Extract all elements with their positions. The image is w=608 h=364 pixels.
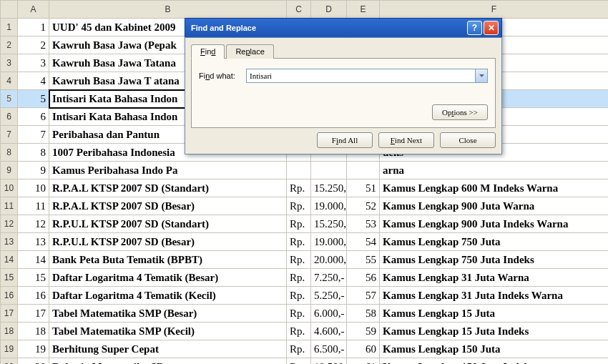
cell[interactable]: 16 — [18, 287, 49, 305]
column-header-F[interactable]: F — [380, 1, 609, 19]
column-header-E[interactable]: E — [347, 1, 380, 19]
cell[interactable]: Rp. — [287, 179, 311, 197]
cell[interactable]: Kamus Lengkap 150 Juta Indeks — [380, 358, 609, 365]
cell[interactable]: 20 — [18, 358, 49, 365]
cell[interactable]: 14 — [18, 251, 49, 269]
help-button[interactable]: ? — [467, 21, 482, 35]
cell[interactable]: 9 — [18, 162, 49, 179]
cell[interactable]: 55 — [347, 251, 380, 269]
find-all-button[interactable]: Find All — [317, 132, 373, 148]
select-all-corner[interactable] — [1, 1, 18, 19]
cell[interactable]: Kamus Peribahasa Indo Pa — [49, 162, 287, 179]
cell[interactable]: 4 — [18, 72, 49, 90]
cell[interactable]: Kamus Lengkap 750 Juta — [380, 233, 609, 251]
cell[interactable]: 2 — [18, 36, 49, 54]
cell[interactable]: Rp. — [287, 197, 311, 215]
tab-find[interactable]: Find — [191, 44, 225, 59]
table-row[interactable]: 1717Tabel Matematika SMP (Besar)Rp.6.000… — [1, 305, 609, 323]
cell[interactable]: Rp. — [287, 305, 311, 323]
table-row[interactable]: 1616Daftar Logaritma 4 Tematik (Kecil)Rp… — [1, 287, 609, 305]
cell[interactable]: Kamus Lengkap 750 Juta Indeks — [380, 251, 609, 269]
cell[interactable]: Kamus Lengkap 15 Juta Indeks — [380, 323, 609, 340]
cell[interactable]: 15.250,- — [311, 215, 347, 233]
table-row[interactable]: 1010R.P.A.L KTSP 2007 SD (Standart)Rp.15… — [1, 179, 609, 197]
row-header[interactable]: 6 — [1, 108, 18, 126]
table-row[interactable]: 2020Rahasia Matematika SDRp.18.500,-61Ka… — [1, 358, 609, 365]
find-next-button[interactable]: Find Next — [378, 132, 434, 148]
cell[interactable]: 15.250,- — [311, 179, 347, 197]
find-what-input[interactable] — [247, 69, 475, 82]
cell[interactable]: Kamus Lengkap 31 Juta Indeks Warna — [380, 287, 609, 305]
cell[interactable]: Rp. — [287, 287, 311, 305]
close-x-button[interactable]: ✕ — [484, 21, 499, 35]
cell[interactable]: 7 — [18, 126, 49, 144]
row-header[interactable]: 19 — [1, 340, 18, 358]
cell[interactable]: Berhitung Super Cepat — [49, 340, 287, 358]
cell[interactable]: Tabel Matematika SMP (Besar) — [49, 305, 287, 323]
close-button[interactable]: Close — [440, 132, 496, 148]
cell[interactable] — [347, 162, 380, 179]
row-header[interactable]: 15 — [1, 269, 18, 287]
cell[interactable]: Rahasia Matematika SD — [49, 358, 287, 365]
cell[interactable]: Daftar Logaritma 4 Tematik (Besar) — [49, 269, 287, 287]
cell[interactable]: Rp. — [287, 340, 311, 358]
table-row[interactable]: 1414Bank Peta Buta Tematik (BPBT)Rp.20.0… — [1, 251, 609, 269]
dialog-titlebar[interactable]: Find and Replace ? ✕ — [185, 18, 502, 37]
row-header[interactable]: 13 — [1, 233, 18, 251]
cell[interactable]: 57 — [347, 287, 380, 305]
cell[interactable]: 18.500,- — [311, 358, 347, 365]
cell[interactable]: arna — [380, 162, 609, 179]
cell[interactable]: 58 — [347, 305, 380, 323]
cell[interactable]: 60 — [347, 340, 380, 358]
row-header[interactable]: 17 — [1, 305, 18, 323]
cell[interactable]: 10 — [18, 179, 49, 197]
column-header-A[interactable]: A — [18, 1, 49, 19]
cell[interactable]: R.P.U.L KTSP 2007 SD (Besar) — [49, 233, 287, 251]
cell[interactable]: 5.250,- — [311, 287, 347, 305]
cell[interactable]: 56 — [347, 269, 380, 287]
cell[interactable]: Kamus Lengkap 15 Juta — [380, 305, 609, 323]
row-header[interactable]: 3 — [1, 54, 18, 72]
table-row[interactable]: 1515Daftar Logaritma 4 Tematik (Besar)Rp… — [1, 269, 609, 287]
cell[interactable]: 6 — [18, 108, 49, 126]
find-what-dropdown[interactable] — [475, 69, 487, 82]
table-row[interactable]: 1212R.P.U.L KTSP 2007 SD (Standart)Rp.15… — [1, 215, 609, 233]
row-header[interactable]: 18 — [1, 323, 18, 340]
cell[interactable]: Rp. — [287, 251, 311, 269]
cell[interactable]: 52 — [347, 197, 380, 215]
table-row[interactable]: 1111R.P.A.L KTSP 2007 SD (Besar)Rp.19.00… — [1, 197, 609, 215]
table-row[interactable]: 1818Tabel Matematika SMP (Kecil)Rp.4.600… — [1, 323, 609, 340]
cell[interactable]: Kamus Lengkap 150 Juta — [380, 340, 609, 358]
row-header[interactable]: 16 — [1, 287, 18, 305]
table-row[interactable]: 99Kamus Peribahasa Indo Paarna — [1, 162, 609, 179]
cell[interactable]: 6.000,- — [311, 305, 347, 323]
table-row[interactable]: 1313R.P.U.L KTSP 2007 SD (Besar)Rp.19.00… — [1, 233, 609, 251]
cell[interactable]: Kamus Lengkap 900 Juta Warna — [380, 197, 609, 215]
cell[interactable]: 19.000,- — [311, 197, 347, 215]
cell[interactable] — [287, 162, 311, 179]
cell[interactable]: R.P.A.L KTSP 2007 SD (Standart) — [49, 179, 287, 197]
cell[interactable]: 19.000,- — [311, 233, 347, 251]
cell[interactable]: 5 — [18, 90, 49, 108]
cell[interactable]: 7.250,- — [311, 269, 347, 287]
options-button[interactable]: Options >> — [432, 104, 488, 120]
column-header-B[interactable]: B — [49, 1, 287, 19]
cell[interactable]: 12 — [18, 215, 49, 233]
cell[interactable]: 51 — [347, 179, 380, 197]
row-header[interactable]: 11 — [1, 197, 18, 215]
cell[interactable]: 18 — [18, 323, 49, 340]
row-header[interactable]: 10 — [1, 179, 18, 197]
cell[interactable]: 6.500,- — [311, 340, 347, 358]
cell[interactable]: Rp. — [287, 323, 311, 340]
cell[interactable]: Kamus Lengkap 31 Juta Warna — [380, 269, 609, 287]
cell[interactable]: 20.000,- — [311, 251, 347, 269]
cell[interactable]: Rp. — [287, 358, 311, 365]
table-row[interactable]: 1919Berhitung Super CepatRp.6.500,-60Kam… — [1, 340, 609, 358]
cell[interactable]: 19 — [18, 340, 49, 358]
row-header[interactable]: 1 — [1, 19, 18, 36]
find-what-combo[interactable] — [246, 69, 488, 83]
cell[interactable]: 4.600,- — [311, 323, 347, 340]
row-header[interactable]: 7 — [1, 126, 18, 144]
cell[interactable]: 54 — [347, 233, 380, 251]
cell[interactable]: R.P.U.L KTSP 2007 SD (Standart) — [49, 215, 287, 233]
